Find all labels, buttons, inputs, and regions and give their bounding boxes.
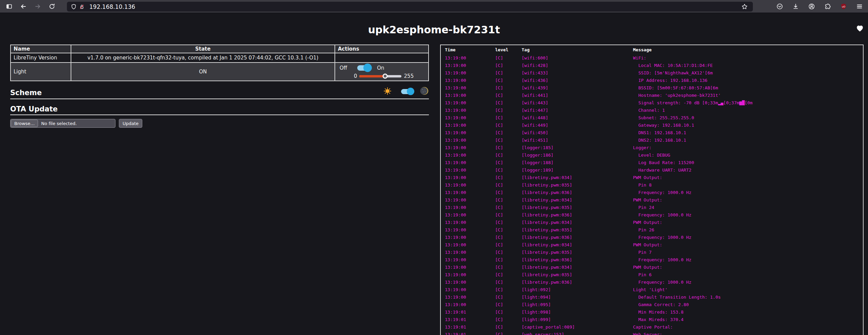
pocket-icon[interactable]	[774, 1, 785, 12]
log-tag: [libretiny.pwm:035]	[522, 205, 633, 210]
log-header-level: level	[495, 47, 522, 52]
log-level: [C]	[495, 250, 522, 255]
light-toggle-knob	[363, 64, 372, 72]
log-level: [C]	[495, 130, 522, 135]
log-tag: [logger:188]	[522, 160, 633, 165]
col-header-name: Name	[11, 45, 71, 53]
log-message: PWM Output:	[633, 242, 863, 247]
extensions-icon[interactable]	[822, 1, 833, 12]
log-level: [C]	[495, 175, 522, 180]
scheme-section-header: Scheme	[10, 86, 429, 99]
log-tag: [libretiny.pwm:036]	[522, 257, 633, 262]
account-icon[interactable]	[806, 1, 817, 12]
log-tag: [libretiny.pwm:036]	[522, 280, 633, 285]
log-message: WiFi:	[633, 55, 863, 60]
log-time: 13:19:00	[445, 250, 495, 255]
log-time: 13:19:00	[445, 168, 495, 173]
bookmark-star-icon[interactable]	[739, 2, 750, 12]
log-tag: [libretiny.pwm:034]	[522, 175, 633, 180]
log-message: Pin 24	[633, 205, 863, 210]
log-row: 13:19:00 [C] [logger:186] Level: DEBUG	[441, 151, 863, 159]
log-row: 13:19:01 [C] [captive_portal:089] Captiv…	[441, 323, 863, 331]
log-message: Pin 6	[633, 272, 863, 277]
light-toggle-switch[interactable]	[357, 65, 371, 71]
log-row: 13:19:00 [C] [wifi:443] Signal strength:…	[441, 99, 863, 106]
log-message: Frequency: 1000.0 Hz	[633, 280, 863, 285]
log-time: 13:19:00	[445, 280, 495, 285]
log-message: Hardware UART: UART2	[633, 168, 863, 173]
log-message: Gamma Correct: 2.80	[633, 302, 863, 307]
log-time: 13:19:01	[445, 324, 495, 330]
log-time: 13:19:00	[445, 130, 495, 135]
download-icon[interactable]	[790, 1, 801, 12]
log-level: [C]	[495, 182, 522, 188]
log-time: 13:19:00	[445, 242, 495, 247]
url-text[interactable]: 192.168.10.136	[89, 3, 739, 10]
log-level: [C]	[495, 63, 522, 68]
log-message: DNS1: 192.168.10.1	[633, 130, 863, 135]
browse-button[interactable]: Browse…	[11, 120, 38, 127]
log-message: SSID: [5m'Nighthawk_AX12'[6m	[633, 70, 863, 75]
log-tag: [libretiny.pwm:036]	[522, 235, 633, 240]
insecure-lock-icon[interactable]	[78, 2, 86, 12]
log-level: [C]	[495, 265, 522, 270]
log-level: [C]	[495, 93, 522, 98]
entity-actions: Off On 0 255	[335, 63, 429, 81]
moon-icon	[420, 86, 429, 97]
reload-icon[interactable]	[46, 1, 58, 12]
log-message: Hostname: 'upk2esphome-bk7231t'	[633, 93, 863, 98]
log-level: [C]	[495, 280, 522, 285]
log-tag: [web_server:153]	[522, 332, 633, 335]
log-time: 13:19:00	[445, 220, 495, 225]
ota-file-input[interactable]: Browse… No file selected.	[10, 119, 115, 128]
log-time: 13:19:00	[445, 108, 495, 113]
log-message: Gateway: 192.168.10.1	[633, 123, 863, 128]
log-message: PWM Output:	[633, 220, 863, 225]
log-message: Pin 7	[633, 250, 863, 255]
log-message: Frequency: 1000.0 Hz	[633, 212, 863, 217]
log-message: IP Address: 192.168.10.136	[633, 78, 863, 83]
log-message: PWM Output:	[633, 265, 863, 270]
menu-icon[interactable]	[854, 1, 865, 12]
log-time: 13:19:00	[445, 100, 495, 105]
log-message: Default Transition Length: 1.0s	[633, 295, 863, 300]
log-message: Pin 26	[633, 227, 863, 232]
brightness-max-label: 255	[404, 73, 414, 79]
log-tag: [libretiny.pwm:034]	[522, 197, 633, 202]
log-row: 13:19:00 [C] [libretiny.pwm:034] PWM Out…	[441, 218, 863, 226]
log-row: 13:19:00 [C] [libretiny.pwm:034] PWM Out…	[441, 196, 863, 204]
log-level: [C]	[495, 302, 522, 307]
log-message: Signal strength: -70 dB [0;33m▂▄[0;37m▆█…	[633, 100, 863, 105]
entity-state: ON	[71, 63, 335, 81]
file-status-text: No file selected.	[41, 121, 77, 126]
ublock-origin-icon[interactable]: uO	[838, 1, 849, 12]
brightness-slider-thumb[interactable]	[383, 74, 388, 79]
log-level: [C]	[495, 227, 522, 232]
log-level: [C]	[495, 153, 522, 158]
update-button[interactable]: Update	[119, 119, 142, 128]
log-row: 13:19:00 [C] [light:095] Gamma Correct: …	[441, 301, 863, 308]
url-bar[interactable]: 192.168.10.136	[67, 2, 753, 12]
back-icon[interactable]	[18, 1, 29, 12]
log-tag: [libretiny.pwm:034]	[522, 220, 633, 225]
col-header-state: State	[71, 45, 335, 53]
log-message: Frequency: 1000.0 Hz	[633, 190, 863, 195]
log-level: [C]	[495, 272, 522, 277]
log-row: 13:19:00 [C] [light:092] Light 'Light'	[441, 286, 863, 293]
scheme-heading: Scheme	[10, 89, 42, 97]
log-tag: [wifi:428]	[522, 63, 633, 68]
log-row: 13:19:00 [C] [libretiny.pwm:034] PWM Out…	[441, 241, 863, 248]
forward-icon[interactable]	[32, 1, 43, 12]
light-brightness-slider[interactable]	[359, 75, 401, 77]
log-level: [C]	[495, 145, 522, 150]
scheme-toggle-switch[interactable]	[401, 89, 413, 94]
log-row: 13:19:00 [C] [libretiny.pwm:035] Pin 26	[441, 226, 863, 233]
log-time: 13:19:00	[445, 205, 495, 210]
log-message: Subnet: 255.255.255.0	[633, 115, 863, 120]
log-tag: [light:094]	[522, 295, 633, 300]
log-level: [C]	[495, 324, 522, 330]
log-header-row: Time level Tag Message	[441, 45, 863, 54]
sidebar-icon[interactable]	[3, 1, 15, 12]
log-level: [C]	[495, 287, 522, 292]
tracking-shield-icon[interactable]	[70, 2, 78, 12]
